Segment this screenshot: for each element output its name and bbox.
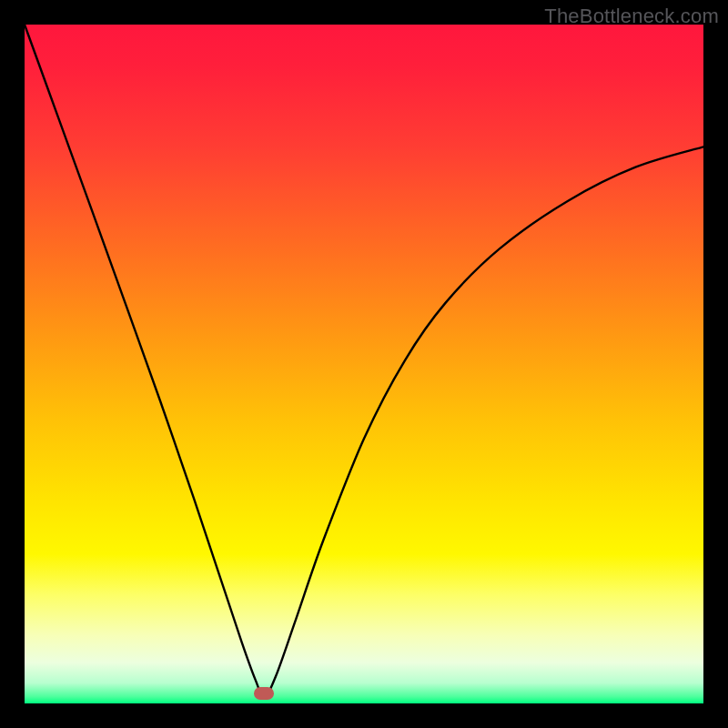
- minimum-marker: [254, 687, 274, 700]
- plot-area: [25, 25, 703, 703]
- watermark-text: TheBottleneck.com: [544, 5, 719, 28]
- chart-frame: TheBottleneck.com: [0, 0, 728, 728]
- bottleneck-curve: [25, 25, 703, 703]
